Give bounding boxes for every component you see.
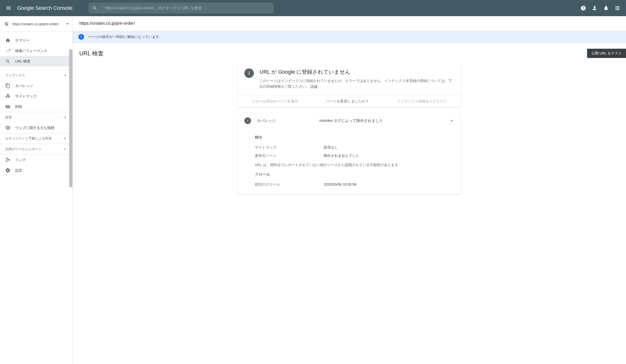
kv-value: 該当なし: [324, 145, 338, 150]
discovery-heading: 検出: [255, 135, 454, 140]
section-toggle-enhance[interactable]: 拡張: [0, 112, 73, 122]
sidebar-item-label: ウェブに関する主な指標: [15, 126, 54, 130]
sitemap-icon: [5, 94, 10, 99]
hamburger-icon: [6, 5, 11, 11]
chart-icon: [5, 48, 10, 53]
gear-icon: [5, 168, 10, 173]
logo-google-text: Google: [17, 5, 34, 11]
kv-row-sitemap: サイトマップ 該当なし: [255, 143, 454, 152]
gauge-icon: [5, 125, 10, 130]
kv-key: 参照元ページ: [255, 154, 324, 158]
sidebar-item-label: リンク: [15, 158, 26, 162]
kv-value: 検出されませんでした: [324, 154, 359, 158]
section-toggle-legacy[interactable]: 以前のツールとレポート: [0, 144, 73, 155]
sidebar-item-coverage[interactable]: カバレッジ: [0, 81, 73, 91]
sidebar-item-sitemaps[interactable]: サイトマップ: [0, 91, 73, 101]
info-icon: i: [244, 117, 251, 124]
users-button[interactable]: [592, 5, 597, 11]
menu-button[interactable]: [4, 3, 13, 13]
left-sidebar: https://uniaim.co.jp/pre-order/ サマリー 検索パ…: [0, 16, 73, 364]
kv-row-referrer: 参照元ページ 検出されませんでした: [255, 152, 454, 160]
coverage-toggle[interactable]: i カバレッジ noindex タグによって除外されました: [238, 113, 461, 128]
status-title: URL が Google に登録されていません: [260, 68, 454, 76]
search-input[interactable]: [101, 6, 270, 10]
kv-key: サイトマップ: [255, 145, 324, 150]
page-title: URL 検査: [79, 50, 104, 57]
pages-icon: [5, 83, 10, 88]
discovery-note: URL は、現時点でレポートされていない他のソースから認識されている可能性があり…: [255, 163, 454, 167]
section-toggle-security[interactable]: セキュリティと手動による対策: [0, 133, 73, 144]
chevron-up-icon: [62, 73, 67, 78]
crawl-heading: クロール: [255, 172, 454, 177]
sidebar-item-links[interactable]: リンク: [0, 155, 73, 165]
status-description: このページはインデックスに登録されていませんが、エラーではありません。インデック…: [260, 78, 454, 89]
app-header: Google Search Console: [0, 0, 626, 16]
view-crawled-page-link: クロール済みのページを表示: [252, 99, 298, 104]
search-icon: [5, 59, 10, 64]
chevron-down-icon: [62, 136, 67, 141]
manage-users-icon: [592, 5, 597, 11]
notifications-button[interactable]: [603, 5, 609, 11]
sidebar-item-label: サイトマップ: [15, 94, 37, 99]
coverage-value: noindex タグによって除外されました: [319, 118, 443, 123]
sidebar-item-web-vitals[interactable]: ウェブに関する主な指標: [0, 122, 73, 133]
test-live-url-button[interactable]: 公開 URL をテスト: [587, 49, 626, 58]
logo-sc-text: Search Console: [35, 5, 73, 11]
page-changed-link[interactable]: ページを変更しましたか？: [326, 99, 369, 104]
kv-value: 2020/05/08 18:35:58: [324, 182, 356, 187]
sidebar-scrollbar[interactable]: [69, 49, 73, 187]
banner-text: ページの操作が一時的に無効になっています。: [88, 35, 163, 39]
sidebar-item-performance[interactable]: 検索パフォーマンス: [0, 46, 73, 56]
info-banner: i ページの操作が一時的に無効になっています。: [73, 31, 626, 43]
section-toggle-index[interactable]: インデックス: [0, 70, 73, 81]
url-inspect-search[interactable]: [88, 3, 274, 14]
sidebar-item-summary[interactable]: サマリー: [0, 35, 73, 46]
kv-key: 前回のクロール: [255, 182, 324, 187]
product-logo: Google Search Console: [17, 5, 73, 11]
apps-grid-icon: [615, 5, 620, 11]
home-icon: [5, 38, 10, 43]
search-icon: [92, 5, 97, 11]
apps-button[interactable]: [615, 5, 620, 11]
coverage-label: カバレッジ: [257, 118, 314, 123]
help-icon: [580, 5, 586, 11]
status-card: i URL が Google に登録されていません このページはインデックスに登…: [238, 63, 461, 107]
chevron-down-icon: [66, 23, 69, 25]
inspected-url: https://uniaim.co.jp/pre-order/: [73, 16, 626, 31]
chevron-up-icon: [449, 118, 454, 123]
sidebar-item-removals[interactable]: 削除: [0, 101, 73, 112]
header-actions: [580, 5, 622, 11]
visibility-off-icon: [5, 104, 10, 109]
section-label: 拡張: [5, 115, 12, 120]
sidebar-item-label: URL 検査: [15, 59, 30, 64]
request-indexing-link: インデックス登録をリクエスト: [397, 99, 447, 104]
help-button[interactable]: [580, 5, 586, 11]
section-label: セキュリティと手動による対策: [5, 136, 52, 141]
chevron-up-icon: [62, 115, 67, 120]
info-status-icon: i: [244, 68, 254, 78]
kv-row-last-crawl: 前回のクロール 2020/05/08 18:35:58: [255, 180, 454, 189]
coverage-card: i カバレッジ noindex タグによって除外されました 検出 サイトマップ …: [238, 113, 461, 194]
sidebar-item-settings[interactable]: 設定: [0, 165, 73, 176]
bell-icon: [603, 5, 609, 11]
sidebar-item-label: 削除: [15, 105, 22, 109]
sidebar-item-label: サマリー: [15, 38, 30, 43]
chevron-down-icon: [62, 147, 67, 152]
globe-icon: [4, 21, 9, 27]
sidebar-item-label: カバレッジ: [15, 84, 33, 88]
section-label: 以前のツールとレポート: [5, 147, 42, 151]
main-content: https://uniaim.co.jp/pre-order/ i ページの操作…: [73, 16, 626, 364]
section-label: インデックス: [5, 73, 25, 78]
property-url: https://uniaim.co.jp/pre-order/: [12, 22, 63, 26]
info-icon: i: [78, 34, 84, 40]
sidebar-item-label: 設定: [15, 168, 22, 173]
sidebar-item-label: 検索パフォーマンス: [15, 49, 47, 53]
link-tree-icon: [5, 157, 10, 162]
property-selector[interactable]: https://uniaim.co.jp/pre-order/: [0, 16, 73, 32]
details-link[interactable]: 詳細: [310, 84, 317, 88]
sidebar-item-url-inspect[interactable]: URL 検査: [0, 56, 73, 67]
